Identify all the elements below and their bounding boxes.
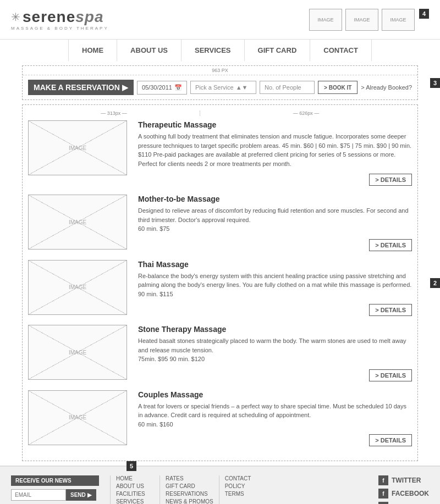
service-image-4[interactable]: IMAGE bbox=[28, 390, 127, 445]
service-title: Couples Massage bbox=[138, 390, 412, 399]
service-image-0[interactable]: IMAGE bbox=[28, 120, 127, 175]
make-reservation-button[interactable]: MAKE A RESERVATION ▶ bbox=[28, 80, 134, 95]
details-button[interactable]: > DETAILS bbox=[369, 174, 412, 186]
service-row: IMAGE Stone Therapy Massage Heated basal… bbox=[28, 325, 412, 381]
footer-link[interactable]: FACILITIES bbox=[116, 491, 154, 497]
footer-link[interactable]: ABOUT US bbox=[116, 483, 154, 489]
service-image-3[interactable]: IMAGE bbox=[28, 325, 127, 380]
service-content-2: Thai Massage Re-balance the body's energ… bbox=[138, 260, 412, 317]
social-links: fTWITTERfFACEBOOKPPINTEREST bbox=[378, 475, 429, 504]
left-col-label: — 313px — bbox=[28, 110, 200, 116]
services-list: IMAGE Therapeutic Massage A soothing ful… bbox=[28, 120, 412, 446]
already-booked-link[interactable]: > Already Booked? bbox=[361, 84, 412, 91]
nav-services[interactable]: SERVICES bbox=[182, 40, 245, 61]
right-col-label: — 626px — bbox=[200, 110, 412, 116]
nav-contact[interactable]: CONTACT bbox=[310, 40, 372, 61]
select-arrow-icon: ▲▼ bbox=[236, 84, 248, 91]
service-content-1: Mother-to-be Massage Designed to relieve… bbox=[138, 195, 412, 251]
payment-methods: IMAGE IMAGE IMAGE bbox=[309, 9, 415, 31]
header: ✳ serenespa MASSAGE & BODY THERAPY IMAGE… bbox=[0, 0, 440, 39]
image-placeholder: IMAGE bbox=[29, 391, 127, 445]
footer-link[interactable]: NEWS & PROMOS bbox=[166, 499, 213, 504]
footer-col-1: HOMEABOUT USFACILITIESSERVICES bbox=[110, 475, 160, 504]
image-placeholder: IMAGE bbox=[29, 261, 127, 314]
footer-link[interactable]: HOME bbox=[116, 475, 154, 481]
footer-link[interactable]: POLICY bbox=[225, 483, 263, 489]
nav-about[interactable]: ABOUT US bbox=[117, 40, 182, 61]
service-row: IMAGE Thai Massage Re-balance the body's… bbox=[28, 260, 412, 317]
people-placeholder: No. of People bbox=[265, 84, 301, 91]
footer-link[interactable]: RATES bbox=[166, 475, 213, 481]
badge-3: 3 bbox=[430, 78, 440, 88]
date-input[interactable]: 05/30/2011 📅 bbox=[137, 81, 187, 95]
service-content-3: Stone Therapy Massage Heated basalt ston… bbox=[138, 325, 412, 381]
footer-link[interactable]: CONTACT bbox=[225, 475, 263, 481]
image-label: IMAGE bbox=[69, 284, 86, 290]
pinterest-icon: P bbox=[378, 502, 388, 504]
service-content-4: Couples Massage A treat for lovers or sp… bbox=[138, 390, 412, 447]
make-reservation-label: MAKE A RESERVATION bbox=[34, 83, 120, 92]
footer-link[interactable]: GIFT CARD bbox=[166, 483, 213, 489]
nav-giftcard[interactable]: GIFT CARD bbox=[245, 40, 311, 61]
payment-image-3: IMAGE bbox=[382, 9, 415, 31]
service-description: Designed to relieve areas of discomfort … bbox=[138, 206, 412, 234]
footer-inner: RECEIVE OUR NEWS SEND ▶ HOMEABOUT USFACI… bbox=[11, 475, 429, 504]
service-row: IMAGE Mother-to-be Massage Designed to r… bbox=[28, 195, 412, 251]
service-select[interactable]: Pick a Service ▲▼ bbox=[190, 81, 256, 94]
social-facebook[interactable]: fFACEBOOK bbox=[378, 489, 429, 499]
logo-icon: ✳ bbox=[11, 10, 20, 24]
facebook-label: FACEBOOK bbox=[392, 490, 429, 497]
footer-link[interactable]: TERMS bbox=[225, 491, 263, 497]
email-input[interactable] bbox=[11, 489, 66, 501]
service-title: Stone Therapy Massage bbox=[138, 325, 412, 334]
image-placeholder: IMAGE bbox=[29, 195, 127, 249]
arrow-icon: ▶ bbox=[122, 83, 128, 92]
logo: ✳ serenespa MASSAGE & BODY THERAPY bbox=[11, 8, 109, 31]
column-labels: — 313px — — 626px — bbox=[28, 110, 412, 116]
service-image-2[interactable]: IMAGE bbox=[28, 260, 127, 315]
service-title: Thai Massage bbox=[138, 260, 412, 269]
service-content-0: Therapeutic Massage A soothing full body… bbox=[138, 120, 412, 186]
details-button[interactable]: > DETAILS bbox=[369, 239, 412, 251]
book-button[interactable]: > BOOK IT bbox=[318, 81, 358, 94]
details-button[interactable]: > DETAILS bbox=[369, 304, 412, 316]
social-twitter[interactable]: fTWITTER bbox=[378, 475, 429, 485]
badge-2: 2 bbox=[430, 278, 440, 288]
newsletter-form: SEND ▶ bbox=[11, 489, 99, 501]
service-description: Heated basalt stones strategically place… bbox=[138, 336, 412, 364]
nav-home[interactable]: HOME bbox=[68, 40, 117, 61]
footer-link[interactable]: RESERVATIONS bbox=[166, 491, 213, 497]
newsletter-area: RECEIVE OUR NEWS SEND ▶ bbox=[11, 475, 99, 504]
service-image-1[interactable]: IMAGE bbox=[28, 195, 127, 250]
logo-tagline: MASSAGE & BODY THERAPY bbox=[11, 26, 109, 31]
badge-5: 5 bbox=[127, 461, 136, 471]
image-label: IMAGE bbox=[69, 219, 86, 225]
details-button[interactable]: > DETAILS bbox=[369, 434, 412, 446]
main-nav: HOME ABOUT US SERVICES GIFT CARD CONTACT bbox=[0, 39, 440, 61]
image-label: IMAGE bbox=[69, 414, 86, 420]
footer-links: HOMEABOUT USFACILITIESSERVICES RATESGIFT… bbox=[110, 475, 367, 504]
footer: 5 RECEIVE OUR NEWS SEND ▶ HOMEABOUT USFA… bbox=[0, 466, 440, 504]
reservation-controls: MAKE A RESERVATION ▶ 05/30/2011 📅 Pick a… bbox=[23, 75, 417, 99]
send-button[interactable]: SEND ▶ bbox=[66, 489, 96, 501]
footer-link[interactable]: SERVICES bbox=[116, 499, 154, 504]
image-label: IMAGE bbox=[69, 350, 86, 356]
service-row: IMAGE Couples Massage A treat for lovers… bbox=[28, 390, 412, 447]
image-label: IMAGE bbox=[69, 145, 86, 151]
send-arrow-icon: ▶ bbox=[87, 492, 92, 498]
service-title: Mother-to-be Massage bbox=[138, 195, 412, 203]
service-description: A soothing full body treatment that elim… bbox=[138, 132, 412, 168]
main-content: — 313px — — 626px — IMAGE Therapeutic Ma… bbox=[22, 104, 418, 461]
payment-image-2: IMAGE bbox=[345, 9, 378, 31]
social-pinterest[interactable]: PPINTEREST bbox=[378, 502, 429, 504]
footer-col-3: CONTACTPOLICYTERMS bbox=[219, 475, 268, 504]
service-title: Therapeutic Massage bbox=[138, 120, 412, 129]
twitter-icon: f bbox=[378, 475, 388, 485]
footer-col-2: RATESGIFT CARDRESERVATIONSNEWS & PROMOS bbox=[160, 475, 219, 504]
reservation-bar: 963 PX MAKE A RESERVATION ▶ 05/30/2011 📅… bbox=[22, 65, 418, 100]
calendar-icon: 📅 bbox=[174, 84, 182, 91]
payment-image-1: IMAGE bbox=[309, 9, 342, 31]
service-description: A treat for lovers or special friends – … bbox=[138, 402, 412, 429]
details-button[interactable]: > DETAILS bbox=[369, 369, 412, 381]
people-input[interactable]: No. of People bbox=[260, 81, 315, 94]
